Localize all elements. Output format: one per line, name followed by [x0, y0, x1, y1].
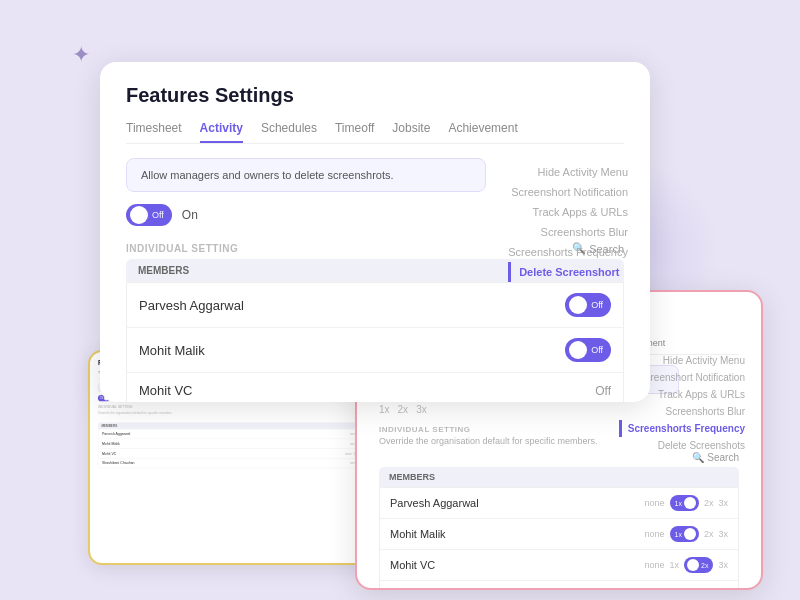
main-sidebar-track[interactable]: Track Apps & URLs [508, 202, 628, 222]
mid-sidebar-freq[interactable]: Screenshorts Frequency [619, 420, 745, 437]
mid-member-2: Mohit Malik [390, 528, 446, 540]
main-toggle-on-text: On [182, 208, 198, 222]
main-m1-toggle-label: Off [591, 300, 603, 310]
main-sidebar-freq[interactable]: Screenshorts Frequency [508, 242, 628, 262]
mid-m2-2x: 2x [704, 529, 714, 539]
mid-member-1: Parvesh Aggarwal [390, 497, 479, 509]
mid-m1-toggle[interactable]: 1x [670, 495, 699, 511]
mid-sidebar-delete[interactable]: Delete Screenshots [619, 437, 745, 454]
star-icon: ✦ [72, 42, 90, 68]
mid-members-header: MEMBERS [379, 467, 739, 487]
main-m2-toggle-label: Off [591, 345, 603, 355]
main-notice: Allow managers and owners to delete scre… [126, 158, 486, 192]
back-ind-setting: Individual Setting [98, 406, 377, 409]
main-sidebar-hide[interactable]: Hide Activity Menu [508, 162, 628, 182]
mid-member-3: Mohit VC [390, 559, 435, 571]
mid-sidebar-blur[interactable]: Screenshorts Blur [619, 403, 745, 420]
back-toggle-off-label: Off [100, 397, 103, 400]
mid-freq-2x[interactable]: 2x [398, 404, 409, 415]
mid-m3-none: none [645, 560, 665, 570]
main-m1-toggle[interactable]: Off [565, 293, 611, 317]
card-main: Features Settings Timesheet Activity Sch… [100, 62, 650, 402]
back-member-3: Mohit VC [102, 451, 116, 455]
back-member-2: Mohit Malik [102, 442, 120, 446]
back-member-1: Parvesh Aggarwal [102, 432, 130, 436]
mid-m3-3x: 3x [718, 560, 728, 570]
main-tab-activity[interactable]: Activity [200, 121, 243, 143]
back-members-header: MEMBERS [98, 422, 377, 429]
main-member-3: Mohit VC [139, 383, 192, 398]
mid-m4-toggle[interactable]: 1x [670, 588, 699, 590]
mid-freq-3x[interactable]: 3x [416, 404, 427, 415]
main-m3-toggle-off[interactable]: Off [595, 384, 611, 398]
main-tab-schedules[interactable]: Schedules [261, 121, 317, 143]
main-m2-knob [569, 341, 587, 359]
main-toggle-off-label: Off [152, 210, 164, 220]
main-member-2: Mohit Malik [139, 343, 205, 358]
mid-m2-toggle[interactable]: 1x [670, 526, 699, 542]
main-tab-achievement[interactable]: Achievement [448, 121, 517, 143]
back-member-4: Shashikant Chauhan [102, 461, 135, 465]
mid-m1-none: none [645, 498, 665, 508]
main-ind-setting: INDIVIDUAL SETTING [126, 243, 238, 254]
main-toggle[interactable]: Off [126, 204, 172, 226]
main-sidebar-delete[interactable]: Delete Screenshort [508, 262, 628, 282]
mid-m3-1x: 1x [670, 560, 680, 570]
main-tab-timesheet[interactable]: Timesheet [126, 121, 182, 143]
main-sidebar-blur[interactable]: Screenshorts Blur [508, 222, 628, 242]
back-m3-none: none [345, 452, 352, 455]
mid-freq-1x[interactable]: 1x [379, 404, 390, 415]
back-override: Override the organization default for sp… [98, 411, 377, 414]
main-m1-knob [569, 296, 587, 314]
main-toggle-knob [130, 206, 148, 224]
mid-m2-3x: 3x [718, 529, 728, 539]
mid-m1-2x: 2x [704, 498, 714, 508]
mid-m3-toggle[interactable]: 2x [684, 557, 713, 573]
main-m2-toggle[interactable]: Off [565, 338, 611, 362]
main-card-title: Features Settings [126, 84, 624, 107]
main-tab-timeoff[interactable]: Timeoff [335, 121, 374, 143]
main-member-1: Parvesh Aggarwal [139, 298, 244, 313]
main-sidebar-notif[interactable]: Screenshort Notification [508, 182, 628, 202]
mid-m1-3x: 3x [718, 498, 728, 508]
main-tab-jobsite[interactable]: Jobsite [392, 121, 430, 143]
mid-m2-none: none [645, 529, 665, 539]
